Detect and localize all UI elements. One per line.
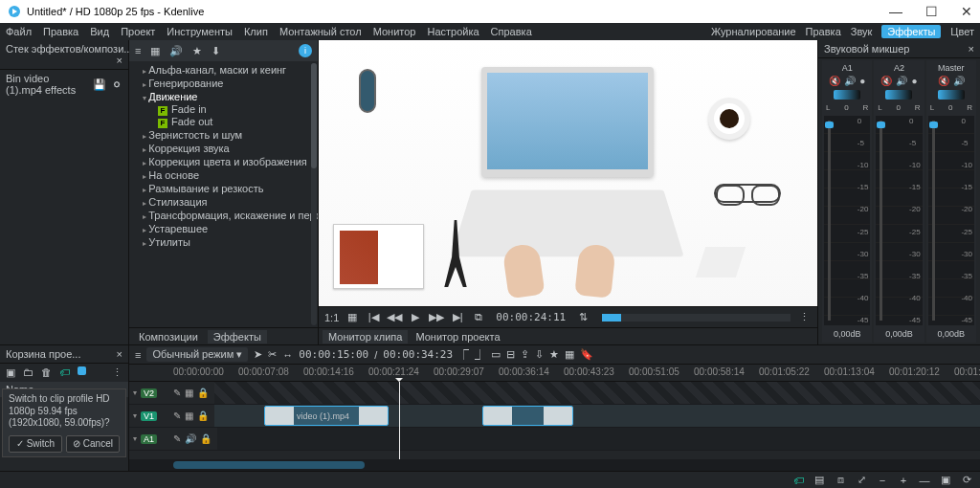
playhead[interactable]	[399, 382, 400, 459]
favorite-effects-icon[interactable]: ★	[549, 348, 559, 361]
monitor-options-icon[interactable]: ⋮	[796, 311, 812, 323]
new-folder-icon[interactable]: 🗀	[23, 366, 33, 379]
effects-scrollbar-thumb[interactable]	[311, 63, 317, 168]
pan-slider[interactable]	[938, 90, 965, 100]
profile-switch-button[interactable]: ✓ Switch	[9, 435, 62, 454]
effect-fade-in[interactable]: FFade in	[129, 103, 318, 116]
forward-icon[interactable]: ▶▶	[429, 311, 444, 323]
rec-icon[interactable]: ●	[911, 76, 917, 86]
extract-icon[interactable]: ⇩	[535, 348, 544, 361]
mute-icon[interactable]: 🔇	[829, 76, 840, 86]
workspace-editing[interactable]: Правка	[806, 26, 841, 37]
edit-track-icon[interactable]: ✎	[173, 410, 181, 421]
save-icon[interactable]: 💾	[93, 78, 106, 91]
speaker-icon[interactable]: 🔊	[169, 45, 183, 57]
lift-icon[interactable]: ⇪	[521, 348, 529, 361]
effect-category-stylize[interactable]: Стилизация	[129, 195, 318, 209]
effects-tree[interactable]: Альфа-канал, маски и кеинг Генерирование…	[129, 61, 318, 327]
effect-category-utilities[interactable]: Утилиты	[129, 235, 318, 249]
timeline-ruler[interactable]: 00:00:00:00 00:00:07:08 00:00:14:16 00:0…	[129, 365, 980, 382]
delete-icon[interactable]: 🗑	[41, 366, 52, 379]
rewind-icon[interactable]: ◀◀	[387, 311, 402, 323]
profile-cancel-button[interactable]: ⊘ Cancel	[66, 435, 120, 454]
effect-category-blur-sharpen[interactable]: Размывание и резкость	[129, 182, 318, 195]
mute-icon[interactable]: 🔇	[880, 76, 892, 86]
workspace-color[interactable]: Цвет	[950, 26, 974, 37]
solo-icon[interactable]: 🔊	[896, 76, 907, 86]
zone-in-icon[interactable]: ⎾	[458, 349, 469, 361]
bin-close-icon[interactable]: ×	[117, 348, 122, 360]
tab-clip-monitor[interactable]: Монитор клипа	[323, 330, 408, 344]
db-value[interactable]: 0,00dB	[885, 327, 913, 341]
menu-help[interactable]: Справка	[491, 26, 532, 37]
menu-timeline[interactable]: Монтажный стол	[279, 26, 362, 37]
effect-category-alpha[interactable]: Альфа-канал, маски и кеинг	[129, 63, 318, 77]
track-label[interactable]: V2	[141, 388, 157, 398]
status-render-icon[interactable]: ⟳	[959, 474, 974, 487]
mute-audio-icon[interactable]: 🔊	[185, 433, 196, 444]
film-icon[interactable]: ▦	[150, 45, 160, 57]
tree-view-icon[interactable]: ≡	[135, 45, 141, 56]
play-icon[interactable]: ▶	[408, 311, 423, 323]
effect-category-based-on[interactable]: На основе	[129, 168, 318, 182]
tab-effects[interactable]: Эффекты	[208, 330, 267, 344]
expand-track-icon[interactable]: ▾	[133, 411, 137, 420]
lock-track-icon[interactable]: 🔒	[197, 410, 209, 421]
skip-end-icon[interactable]: ▶|	[450, 311, 465, 323]
status-zoom-in-icon[interactable]: +	[896, 474, 911, 487]
timecode-stepper-icon[interactable]: ⇅	[575, 311, 590, 323]
track-lane[interactable]: video (1).mp4	[214, 405, 980, 427]
bin-options-icon[interactable]: ⋮	[112, 366, 122, 379]
solo-icon[interactable]: 🔊	[953, 76, 965, 86]
track-lane[interactable]	[217, 428, 980, 450]
tab-compositions[interactable]: Композиции	[133, 330, 204, 344]
preview-render-icon[interactable]: ▦	[565, 348, 574, 361]
tool-razor-icon[interactable]: ✂	[268, 348, 277, 361]
filter-icon[interactable]	[78, 366, 86, 375]
guides-icon[interactable]: 🔖	[580, 348, 593, 361]
tool-spacer-icon[interactable]: ↔	[282, 349, 293, 361]
mute-track-icon[interactable]: ▦	[185, 388, 193, 398]
marker-icon[interactable]: ⧉	[471, 311, 486, 323]
tool-select-icon[interactable]: ➤	[254, 348, 262, 361]
fader-thumb[interactable]	[929, 122, 938, 128]
menu-settings[interactable]: Настройка	[427, 26, 479, 37]
expand-track-icon[interactable]: ▾	[133, 388, 137, 397]
effect-category-motion[interactable]: Движение	[129, 90, 318, 103]
menu-tools[interactable]: Инструменты	[167, 26, 233, 37]
timeline-position[interactable]: 00:00:15:00	[299, 348, 368, 361]
timeline-clip[interactable]: video (1).mp4	[264, 406, 389, 426]
menu-view[interactable]: Вид	[90, 26, 109, 37]
close-button[interactable]: ✕	[961, 4, 972, 19]
skip-start-icon[interactable]: |◀	[366, 311, 381, 323]
overwrite-icon[interactable]: ▭	[491, 348, 501, 361]
status-zoombar-icon[interactable]: —	[917, 474, 932, 487]
status-master-effect-icon[interactable]: ▣	[938, 474, 953, 487]
edit-track-icon[interactable]: ✎	[173, 388, 181, 398]
toggle-icon[interactable]: ⭘	[112, 78, 122, 91]
menu-monitor[interactable]: Монитор	[373, 26, 416, 37]
track-menu-icon[interactable]: ≡	[135, 349, 141, 361]
workspace-effects[interactable]: Эффекты	[881, 25, 941, 38]
tab-project-monitor[interactable]: Монитор проекта	[410, 330, 505, 344]
track-label[interactable]: V1	[141, 411, 157, 421]
effect-category-color-correction[interactable]: Коррекция цвета и изображения	[129, 155, 318, 168]
mute-icon[interactable]: 🔇	[938, 76, 949, 86]
mute-track-icon[interactable]: ▦	[185, 410, 193, 421]
pan-slider[interactable]	[834, 90, 860, 100]
expand-track-icon[interactable]: ▾	[133, 434, 137, 443]
fader-thumb[interactable]	[877, 122, 885, 128]
zone-out-icon[interactable]: ⏌	[475, 349, 485, 361]
menu-file[interactable]: Файл	[6, 26, 32, 37]
add-clip-icon[interactable]: ▣	[6, 366, 15, 379]
edit-track-icon[interactable]: ✎	[173, 433, 181, 444]
timeline-clip[interactable]	[482, 406, 573, 426]
effect-category-generate[interactable]: Генерирование	[129, 77, 318, 90]
star-icon[interactable]: ★	[192, 45, 202, 57]
pan-slider[interactable]	[885, 90, 912, 100]
status-snap-icon[interactable]: ⧈	[833, 474, 848, 487]
insert-icon[interactable]: ⊟	[506, 348, 515, 361]
rec-icon[interactable]: ●	[859, 76, 865, 86]
grid-icon[interactable]: ▦	[345, 311, 360, 323]
lock-track-icon[interactable]: 🔒	[200, 433, 212, 444]
